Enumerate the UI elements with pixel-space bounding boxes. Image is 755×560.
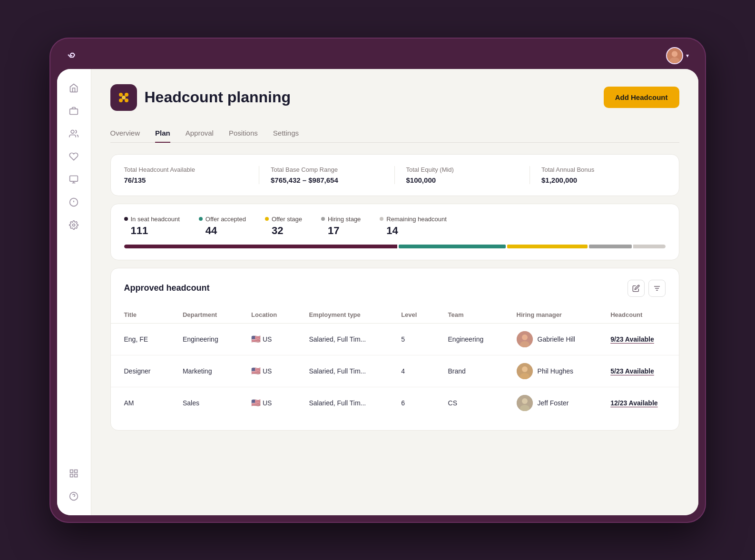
stat-value-comp: $765,432 – $987,654 [271, 176, 383, 184]
row-title: AM [111, 387, 169, 419]
user-avatar[interactable] [666, 47, 683, 64]
tab-approval[interactable]: Approval [186, 124, 214, 143]
stats-grid: Total Headcount Available 76/135 Total B… [124, 166, 666, 184]
row-hiring-manager: Gabrielle Hill [503, 323, 598, 355]
row-team: Engineering [435, 323, 503, 355]
svg-point-21 [125, 98, 128, 102]
main-content: Headcount planning Add Headcount Overvie… [91, 69, 698, 515]
col-level: Level [388, 306, 434, 324]
table-row: AM Sales 🇺🇸 US Salaried, Full Tim... 6 C… [111, 387, 679, 419]
device-top-bar: ꩜ ▾ [57, 45, 698, 69]
col-team: Team [435, 306, 503, 324]
remaining-label: Remaining headcount [386, 216, 446, 223]
legend-in-seat: In seat headcount 111 [124, 216, 180, 237]
stat-base-comp: Total Base Comp Range $765,432 – $987,65… [259, 166, 395, 184]
row-employment-type: Salaried, Full Tim... [295, 387, 388, 419]
tab-positions[interactable]: Positions [229, 124, 258, 143]
progress-hiring-stage [589, 245, 632, 248]
offer-stage-value: 32 [265, 225, 302, 237]
stat-label-headcount: Total Headcount Available [124, 166, 248, 173]
user-menu-chevron: ▾ [686, 52, 689, 59]
sidebar-item-help[interactable] [64, 487, 83, 506]
hiring-stage-label: Hiring stage [328, 216, 361, 223]
row-level: 6 [388, 387, 434, 419]
stat-label-comp: Total Base Comp Range [271, 166, 383, 173]
stat-value-headcount: 76/135 [124, 176, 248, 184]
filter-button[interactable] [648, 280, 666, 297]
table-row: Designer Marketing 🇺🇸 US Salaried, Full … [111, 355, 679, 387]
in-seat-value: 111 [124, 225, 180, 237]
table-row: Eng, FE Engineering 🇺🇸 US Salaried, Full… [111, 323, 679, 355]
row-department: Engineering [169, 323, 238, 355]
sidebar-item-widgets[interactable] [64, 464, 83, 483]
row-location: 🇺🇸 US [238, 355, 295, 387]
offer-stage-label: Offer stage [272, 216, 302, 223]
add-headcount-button[interactable]: Add Headcount [604, 87, 679, 108]
row-level: 5 [388, 323, 434, 355]
tab-settings[interactable]: Settings [273, 124, 299, 143]
row-department: Sales [169, 387, 238, 419]
progress-offer-stage [507, 245, 588, 248]
row-employment-type: Salaried, Full Tim... [295, 323, 388, 355]
app-container: Headcount planning Add Headcount Overvie… [57, 69, 698, 515]
stat-bonus: Total Annual Bonus $1,200,000 [530, 166, 666, 184]
col-headcount: Headcount [597, 306, 678, 324]
stat-headcount-available: Total Headcount Available 76/135 [124, 166, 260, 184]
in-seat-dot [124, 217, 128, 221]
col-department: Department [169, 306, 238, 324]
sidebar-item-people[interactable] [64, 124, 83, 143]
legend-remaining: Remaining headcount 14 [380, 216, 446, 237]
sidebar-item-favorites[interactable] [64, 147, 83, 166]
user-menu[interactable]: ▾ [666, 47, 689, 64]
row-headcount[interactable]: 12/23 Available [597, 387, 678, 419]
col-hiring-manager: Hiring manager [503, 306, 598, 324]
offer-accepted-label: Offer accepted [206, 216, 246, 223]
tab-plan[interactable]: Plan [155, 124, 170, 143]
svg-rect-14 [70, 474, 73, 477]
hiring-stage-dot [321, 217, 325, 221]
table-title: Approved headcount [124, 283, 210, 293]
sidebar-item-jobs[interactable] [64, 101, 83, 120]
col-location: Location [238, 306, 295, 324]
manager-avatar [517, 395, 533, 411]
offer-accepted-value: 44 [199, 225, 246, 237]
svg-point-33 [522, 398, 528, 404]
svg-point-22 [122, 96, 126, 99]
legend-row: In seat headcount 111 Offer accepted 44 [124, 216, 666, 237]
svg-point-27 [522, 334, 528, 340]
offer-accepted-dot [199, 217, 203, 221]
app-logo: ꩜ [67, 49, 77, 62]
svg-point-11 [73, 224, 75, 226]
legend-offer-accepted: Offer accepted 44 [199, 216, 246, 237]
sidebar-item-monitor[interactable] [64, 170, 83, 189]
svg-point-20 [119, 98, 123, 102]
legend-card: In seat headcount 111 Offer accepted 44 [110, 204, 679, 260]
edit-button[interactable] [628, 280, 645, 297]
row-title: Eng, FE [111, 323, 169, 355]
svg-point-30 [522, 366, 528, 372]
legend-offer-stage: Offer stage 32 [265, 216, 302, 237]
svg-rect-5 [70, 176, 78, 181]
row-headcount[interactable]: 9/23 Available [597, 323, 678, 355]
sidebar-item-settings[interactable] [64, 216, 83, 235]
remaining-value: 14 [380, 225, 446, 237]
svg-rect-3 [70, 108, 78, 114]
row-employment-type: Salaried, Full Tim... [295, 355, 388, 387]
manager-name: Jeff Foster [538, 399, 569, 407]
row-team: Brand [435, 355, 503, 387]
table-header: Title Department Location Employment typ… [111, 306, 679, 324]
stat-equity: Total Equity (Mid) $100,000 [395, 166, 530, 184]
stat-value-bonus: $1,200,000 [541, 176, 654, 184]
tab-overview[interactable]: Overview [110, 124, 140, 143]
manager-avatar [517, 331, 533, 347]
stat-label-equity: Total Equity (Mid) [406, 166, 519, 173]
col-title: Title [111, 306, 169, 324]
progress-in-seat [124, 245, 397, 248]
stat-value-equity: $100,000 [406, 176, 519, 184]
sidebar-item-compensation[interactable] [64, 193, 83, 212]
row-department: Marketing [169, 355, 238, 387]
row-headcount[interactable]: 5/23 Available [597, 355, 678, 387]
sidebar-item-home[interactable] [64, 79, 83, 98]
progress-offer-accepted [399, 245, 506, 248]
page-header: Headcount planning Add Headcount [110, 84, 679, 111]
